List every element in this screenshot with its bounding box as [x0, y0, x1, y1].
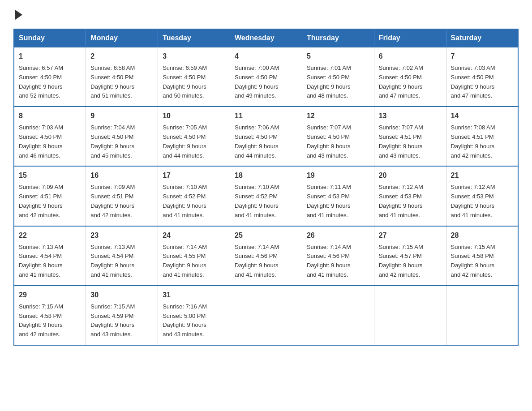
calendar-cell: 28Sunrise: 7:15 AMSunset: 4:58 PMDayligh…	[446, 226, 518, 286]
calendar-cell: 7Sunrise: 7:03 AMSunset: 4:50 PMDaylight…	[446, 47, 518, 107]
week-row-1: 1Sunrise: 6:57 AMSunset: 4:50 PMDaylight…	[14, 47, 518, 107]
day-info: Sunrise: 7:05 AMSunset: 4:50 PMDaylight:…	[163, 123, 225, 160]
day-info: Sunrise: 7:02 AMSunset: 4:50 PMDaylight:…	[379, 64, 442, 101]
day-number: 5	[307, 51, 369, 62]
day-number: 23	[90, 230, 153, 241]
calendar-cell: 11Sunrise: 7:06 AMSunset: 4:50 PMDayligh…	[230, 107, 302, 166]
day-number: 28	[451, 230, 513, 241]
header-monday: Monday	[86, 29, 158, 47]
calendar-cell: 25Sunrise: 7:14 AMSunset: 4:56 PMDayligh…	[230, 226, 302, 286]
day-number: 2	[90, 51, 153, 62]
day-number: 29	[19, 290, 81, 300]
day-info: Sunrise: 7:07 AMSunset: 4:50 PMDaylight:…	[307, 123, 369, 160]
calendar-cell: 24Sunrise: 7:14 AMSunset: 4:55 PMDayligh…	[158, 226, 230, 286]
day-info: Sunrise: 7:15 AMSunset: 4:58 PMDaylight:…	[451, 243, 513, 280]
calendar-header-row: SundayMondayTuesdayWednesdayThursdayFrid…	[14, 29, 518, 47]
calendar-cell: 12Sunrise: 7:07 AMSunset: 4:50 PMDayligh…	[302, 107, 374, 166]
calendar-cell: 15Sunrise: 7:09 AMSunset: 4:51 PMDayligh…	[14, 166, 86, 226]
header-saturday: Saturday	[446, 29, 518, 47]
day-info: Sunrise: 7:12 AMSunset: 4:53 PMDaylight:…	[379, 183, 442, 220]
calendar-cell: 8Sunrise: 7:03 AMSunset: 4:50 PMDaylight…	[14, 107, 86, 166]
header-thursday: Thursday	[302, 29, 374, 47]
calendar-cell: 5Sunrise: 7:01 AMSunset: 4:50 PMDaylight…	[302, 47, 374, 107]
calendar-cell: 4Sunrise: 7:00 AMSunset: 4:50 PMDaylight…	[230, 47, 302, 107]
day-info: Sunrise: 7:03 AMSunset: 4:50 PMDaylight:…	[451, 64, 513, 101]
day-info: Sunrise: 6:59 AMSunset: 4:50 PMDaylight:…	[163, 64, 225, 101]
calendar-cell: 10Sunrise: 7:05 AMSunset: 4:50 PMDayligh…	[158, 107, 230, 166]
day-number: 15	[19, 170, 81, 181]
day-number: 25	[235, 230, 297, 241]
logo-arrow-icon	[15, 10, 22, 20]
day-number: 6	[379, 51, 442, 62]
calendar-cell: 6Sunrise: 7:02 AMSunset: 4:50 PMDaylight…	[374, 47, 446, 107]
day-info: Sunrise: 7:04 AMSunset: 4:50 PMDaylight:…	[90, 123, 153, 160]
day-info: Sunrise: 7:00 AMSunset: 4:50 PMDaylight:…	[235, 64, 297, 101]
day-info: Sunrise: 7:10 AMSunset: 4:52 PMDaylight:…	[235, 183, 297, 220]
day-number: 19	[307, 170, 369, 181]
calendar-cell: 30Sunrise: 7:15 AMSunset: 4:59 PMDayligh…	[86, 286, 158, 345]
calendar-cell: 16Sunrise: 7:09 AMSunset: 4:51 PMDayligh…	[86, 166, 158, 226]
day-info: Sunrise: 7:16 AMSunset: 5:00 PMDaylight:…	[163, 302, 225, 339]
calendar-cell: 19Sunrise: 7:11 AMSunset: 4:53 PMDayligh…	[302, 166, 374, 226]
day-number: 13	[379, 111, 442, 121]
day-number: 4	[235, 51, 297, 62]
day-number: 18	[235, 170, 297, 181]
week-row-3: 15Sunrise: 7:09 AMSunset: 4:51 PMDayligh…	[14, 166, 518, 226]
day-info: Sunrise: 7:11 AMSunset: 4:53 PMDaylight:…	[307, 183, 369, 220]
day-info: Sunrise: 7:09 AMSunset: 4:51 PMDaylight:…	[90, 183, 153, 220]
calendar-cell	[302, 286, 374, 345]
page-header	[13, 9, 519, 20]
day-info: Sunrise: 7:15 AMSunset: 4:57 PMDaylight:…	[379, 243, 442, 280]
calendar-cell: 3Sunrise: 6:59 AMSunset: 4:50 PMDaylight…	[158, 47, 230, 107]
calendar-cell	[230, 286, 302, 345]
calendar-cell: 14Sunrise: 7:08 AMSunset: 4:51 PMDayligh…	[446, 107, 518, 166]
header-wednesday: Wednesday	[230, 29, 302, 47]
day-number: 11	[235, 111, 297, 121]
day-info: Sunrise: 7:03 AMSunset: 4:50 PMDaylight:…	[19, 123, 81, 160]
day-number: 7	[451, 51, 513, 62]
day-info: Sunrise: 7:14 AMSunset: 4:55 PMDaylight:…	[163, 243, 225, 280]
header-sunday: Sunday	[14, 29, 86, 47]
calendar-cell: 31Sunrise: 7:16 AMSunset: 5:00 PMDayligh…	[158, 286, 230, 345]
day-number: 12	[307, 111, 369, 121]
calendar-cell: 17Sunrise: 7:10 AMSunset: 4:52 PMDayligh…	[158, 166, 230, 226]
calendar-table: SundayMondayTuesdayWednesdayThursdayFrid…	[13, 29, 519, 346]
day-number: 9	[90, 111, 153, 121]
logo	[13, 9, 22, 20]
calendar-cell	[374, 286, 446, 345]
day-number: 17	[163, 170, 225, 181]
week-row-5: 29Sunrise: 7:15 AMSunset: 4:58 PMDayligh…	[14, 286, 518, 345]
day-info: Sunrise: 7:12 AMSunset: 4:53 PMDaylight:…	[451, 183, 513, 220]
day-number: 3	[163, 51, 225, 62]
day-info: Sunrise: 7:14 AMSunset: 4:56 PMDaylight:…	[307, 243, 369, 280]
day-number: 14	[451, 111, 513, 121]
day-info: Sunrise: 7:01 AMSunset: 4:50 PMDaylight:…	[307, 64, 369, 101]
day-info: Sunrise: 6:57 AMSunset: 4:50 PMDaylight:…	[19, 64, 81, 101]
day-info: Sunrise: 7:09 AMSunset: 4:51 PMDaylight:…	[19, 183, 81, 220]
day-info: Sunrise: 6:58 AMSunset: 4:50 PMDaylight:…	[90, 64, 153, 101]
day-number: 16	[90, 170, 153, 181]
calendar-cell: 1Sunrise: 6:57 AMSunset: 4:50 PMDaylight…	[14, 47, 86, 107]
week-row-2: 8Sunrise: 7:03 AMSunset: 4:50 PMDaylight…	[14, 107, 518, 166]
calendar-cell: 23Sunrise: 7:13 AMSunset: 4:54 PMDayligh…	[86, 226, 158, 286]
day-info: Sunrise: 7:15 AMSunset: 4:59 PMDaylight:…	[90, 302, 153, 339]
day-number: 27	[379, 230, 442, 241]
day-number: 22	[19, 230, 81, 241]
day-number: 20	[379, 170, 442, 181]
day-info: Sunrise: 7:10 AMSunset: 4:52 PMDaylight:…	[163, 183, 225, 220]
calendar-cell: 2Sunrise: 6:58 AMSunset: 4:50 PMDaylight…	[86, 47, 158, 107]
calendar-cell	[446, 286, 518, 345]
calendar-cell: 26Sunrise: 7:14 AMSunset: 4:56 PMDayligh…	[302, 226, 374, 286]
header-tuesday: Tuesday	[158, 29, 230, 47]
calendar-cell: 13Sunrise: 7:07 AMSunset: 4:51 PMDayligh…	[374, 107, 446, 166]
day-info: Sunrise: 7:13 AMSunset: 4:54 PMDaylight:…	[90, 243, 153, 280]
day-number: 21	[451, 170, 513, 181]
day-number: 24	[163, 230, 225, 241]
day-info: Sunrise: 7:07 AMSunset: 4:51 PMDaylight:…	[379, 123, 442, 160]
day-number: 26	[307, 230, 369, 241]
calendar-cell: 21Sunrise: 7:12 AMSunset: 4:53 PMDayligh…	[446, 166, 518, 226]
day-info: Sunrise: 7:14 AMSunset: 4:56 PMDaylight:…	[235, 243, 297, 280]
day-number: 1	[19, 51, 81, 62]
calendar-cell: 20Sunrise: 7:12 AMSunset: 4:53 PMDayligh…	[374, 166, 446, 226]
day-number: 30	[90, 290, 153, 300]
